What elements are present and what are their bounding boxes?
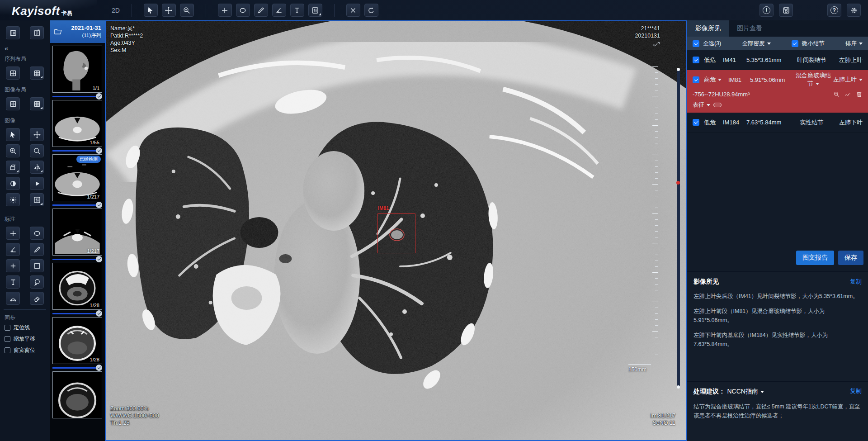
nodule-position-marker[interactable]: [676, 181, 680, 185]
tab-imaging-findings[interactable]: 影像所见: [687, 20, 729, 37]
rotate-image-button[interactable]: [6, 161, 20, 174]
ruler-length-label: 150mm: [628, 364, 651, 373]
sync-window-option[interactable]: 窗宽窗位: [0, 345, 50, 356]
sort-dropdown[interactable]: 排序: [845, 40, 863, 47]
micro-nodule-checkbox[interactable]: [792, 40, 798, 47]
angle-icon: [275, 6, 283, 14]
guideline-dropdown[interactable]: NCCN指南: [727, 388, 764, 395]
crosshair-tool-button[interactable]: [218, 4, 232, 17]
thumbnail-scout[interactable]: 1/1: [52, 46, 102, 93]
thumbnail-head-series[interactable]: 1/28: [52, 317, 102, 364]
pointer-tool-button[interactable]: [144, 4, 158, 17]
contour-icon[interactable]: [844, 91, 851, 98]
thumb-separator: [52, 150, 100, 152]
series-header[interactable]: 2021-01-31 (11)序列: [50, 20, 105, 43]
pencil-tool-button[interactable]: [254, 4, 268, 17]
check-icon: [96, 93, 102, 100]
report-icon: [33, 29, 41, 37]
nodule-id: IM81: [728, 76, 750, 83]
nodule-row-im81-selected[interactable]: 高危 IM81 5.91*5.06mm 混合磨玻璃结节 左肺上叶 -756--7…: [687, 70, 868, 113]
help-button[interactable]: ?: [827, 4, 841, 17]
zoom-in-tool-button[interactable]: [6, 144, 20, 157]
pan-tool-button[interactable]: [162, 4, 176, 17]
checkbox-unchecked[interactable]: [5, 336, 10, 342]
angle-tool-button[interactable]: [272, 4, 286, 17]
cobb-annotate-button[interactable]: [6, 292, 20, 305]
text-tool-button[interactable]: [290, 4, 304, 17]
nodule-checkbox[interactable]: [693, 76, 699, 83]
settings-button[interactable]: [847, 4, 861, 17]
thumbnail-chest-series[interactable]: 1/217: [52, 209, 102, 256]
save-button[interactable]: 保存: [838, 251, 863, 265]
tab-image-view[interactable]: 图片查看: [729, 20, 770, 37]
angle-annotate-button[interactable]: [6, 243, 20, 256]
measurement-ruler: [652, 66, 658, 360]
flip-image-button[interactable]: [30, 161, 44, 174]
nodule-location-dropdown[interactable]: 左肺上叶: [833, 76, 863, 84]
report-panel-button[interactable]: [30, 26, 44, 39]
checkbox-unchecked[interactable]: [5, 325, 10, 331]
scroll-top-dot[interactable]: [677, 68, 680, 71]
density-filter-dropdown[interactable]: 全部密度: [742, 40, 771, 47]
ellipse-tool-button[interactable]: [236, 4, 250, 17]
risk-level-dropdown[interactable]: 高危: [704, 76, 728, 84]
link-button[interactable]: [653, 41, 660, 49]
copy-findings-button[interactable]: 复制: [850, 278, 862, 286]
nodule-roi-box[interactable]: [377, 213, 415, 253]
detected-badge: 已经检测: [76, 156, 101, 163]
nodule-checkbox[interactable]: [693, 57, 699, 63]
window-level-button[interactable]: [30, 193, 44, 206]
point-annotate-button[interactable]: [6, 259, 20, 272]
eraser-button[interactable]: [30, 292, 44, 305]
select-all-label[interactable]: 全选(3): [703, 40, 721, 47]
cine-play-button[interactable]: [30, 177, 44, 190]
series-panel-toggle-button[interactable]: [6, 26, 20, 39]
series-count: (11)序列: [71, 32, 102, 39]
image-layout-2x2-button[interactable]: [6, 97, 20, 110]
nodule-row-im184[interactable]: 低危 IM184 7.63*5.84mm 实性结节 左肺下叶: [687, 113, 868, 133]
pan-tool-button[interactable]: [30, 128, 44, 141]
collapse-sidebar-button[interactable]: «: [0, 43, 50, 52]
text-annotate-button[interactable]: [6, 275, 20, 289]
select-all-checkbox[interactable]: [693, 40, 699, 47]
delete-nodule-icon[interactable]: [856, 91, 863, 98]
copy-suggestion-button[interactable]: 复制: [850, 387, 862, 395]
save-study-button[interactable]: [779, 4, 793, 17]
ellipse-annotate-button[interactable]: [30, 227, 44, 240]
pointer-tool-button[interactable]: [6, 128, 20, 141]
nodule-row-im41[interactable]: 低危 IM41 5.35*3.61mm 叶间裂结节 左肺上叶: [687, 50, 868, 70]
window-level-tool-button[interactable]: [308, 4, 322, 17]
series-layout-3x3-button[interactable]: [30, 66, 44, 80]
reset-rotate-button[interactable]: [364, 4, 378, 17]
sync-zoom-pan-option[interactable]: 缩放平移: [0, 333, 50, 345]
checkbox-unchecked[interactable]: [5, 347, 10, 353]
nodule-type-dropdown[interactable]: 混合磨玻璃结节: [793, 71, 833, 88]
micro-nodule-label[interactable]: 微小结节: [802, 40, 825, 47]
viewport-params-overlay: Zoom:300.00% WW/WC:1500/-500 Th:1.25: [110, 405, 159, 427]
pencil-annotate-button[interactable]: [30, 243, 44, 256]
crosshair-annotate-button[interactable]: [6, 227, 20, 240]
graphic-report-button[interactable]: 图文报告: [796, 251, 834, 265]
thumbnail-head-series[interactable]: 1/28: [52, 263, 102, 310]
series-layout-2x2-button[interactable]: [6, 66, 20, 80]
callout-annotate-button[interactable]: [30, 275, 44, 289]
brightness-button[interactable]: [6, 193, 20, 206]
rectangle-annotate-button[interactable]: [30, 259, 44, 272]
alert-button[interactable]: !: [760, 4, 774, 17]
sync-localizer-option[interactable]: 定位线: [0, 322, 50, 333]
thumbnail-neck-series[interactable]: 1/55: [52, 100, 102, 147]
delete-annotation-button[interactable]: [346, 4, 360, 17]
slice-scrollbar[interactable]: [677, 69, 680, 388]
thumbnail-chest-series-detected[interactable]: 已经检测 1/217: [52, 154, 102, 201]
feature-dropdown[interactable]: 表征: [693, 101, 710, 109]
ct-viewport[interactable]: IM81 Name:吴* Patid:R*****2 Age:043Y Sex:…: [105, 20, 687, 441]
magnify-tool-button[interactable]: [30, 144, 44, 157]
thumbnail-head-series-partial[interactable]: [52, 371, 102, 418]
scroll-bottom-dot[interactable]: [677, 385, 680, 389]
image-layout-3x3-button[interactable]: [30, 97, 44, 110]
zoom-tool-button[interactable]: [180, 4, 194, 17]
nodule-checkbox[interactable]: [693, 119, 699, 126]
invert-contrast-button[interactable]: [6, 177, 20, 190]
magnify-nodule-icon[interactable]: [833, 91, 840, 98]
feature-toggle[interactable]: [713, 103, 722, 107]
